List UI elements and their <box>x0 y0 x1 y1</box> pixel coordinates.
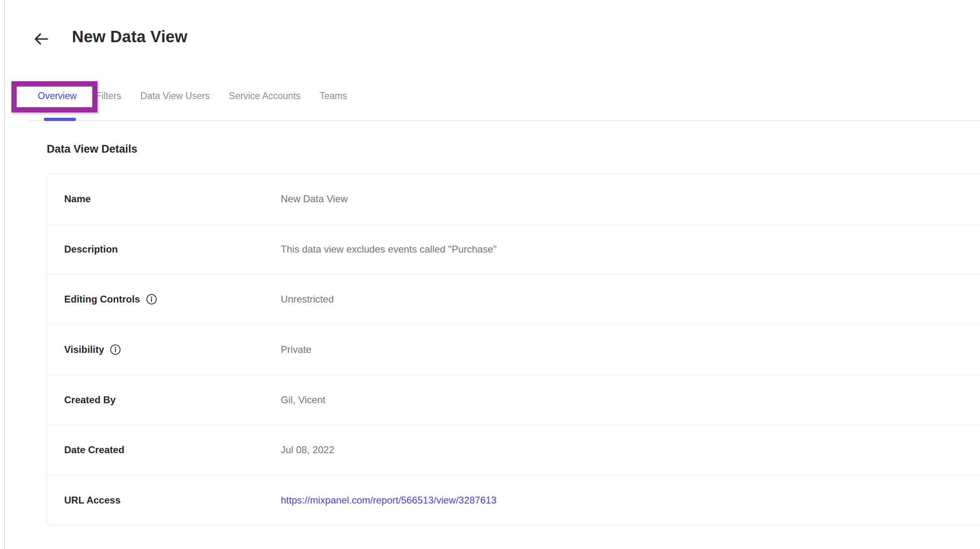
back-button[interactable] <box>32 29 51 49</box>
detail-label: URL Access <box>64 495 281 506</box>
detail-label: Date Created <box>64 444 281 456</box>
page-header: New Data View <box>0 0 980 57</box>
detail-label: Created By <box>64 394 281 406</box>
tab-filters[interactable]: Filters <box>96 90 121 102</box>
detail-row-visibility: Visibility Private <box>47 324 980 375</box>
detail-row-date-created: Date Created Jul 08, 2022 <box>47 425 980 475</box>
detail-value: Jul 08, 2022 <box>281 444 334 456</box>
tab-teams[interactable]: Teams <box>320 90 347 102</box>
detail-row-url-access: URL Access https://mixpanel.com/report/5… <box>47 475 980 525</box>
detail-row-created-by: Created By Gil, Vicent <box>47 374 980 425</box>
data-view-details-card: Name New Data View Description This data… <box>47 174 980 525</box>
detail-value: Gil, Vicent <box>281 394 325 406</box>
info-circle-icon[interactable] <box>110 344 121 355</box>
detail-label-text: Visibility <box>64 344 104 355</box>
info-circle-icon[interactable] <box>146 294 157 305</box>
tab-service-accounts[interactable]: Service Accounts <box>229 90 300 102</box>
detail-row-editing-controls: Editing Controls Unrestricted <box>47 274 980 324</box>
arrow-left-icon <box>33 30 50 48</box>
tabs-divider <box>27 120 980 121</box>
detail-label: Name <box>64 193 281 205</box>
detail-value: Unrestricted <box>281 294 334 305</box>
section-heading: Data View Details <box>47 143 137 156</box>
page-left-border <box>4 0 5 549</box>
detail-row-name: Name New Data View <box>47 174 980 224</box>
detail-label: Editing Controls <box>64 294 281 305</box>
detail-row-description: Description This data view excludes even… <box>47 224 980 274</box>
detail-label: Description <box>64 244 281 255</box>
page-title: New Data View <box>72 28 187 46</box>
tab-overview[interactable]: Overview <box>38 90 77 102</box>
detail-value: Private <box>281 344 311 355</box>
detail-label-text: Editing Controls <box>64 294 140 305</box>
tab-data-view-users[interactable]: Data View Users <box>140 90 210 102</box>
data-view-url-link[interactable]: https://mixpanel.com/report/566513/view/… <box>281 495 497 506</box>
data-view-settings-page: New Data View Overview Filters Data View… <box>0 0 980 549</box>
active-tab-indicator <box>44 118 76 121</box>
detail-value: New Data View <box>281 193 348 205</box>
detail-label: Visibility <box>64 344 281 355</box>
tab-bar: Overview Filters Data View Users Service… <box>38 90 347 102</box>
detail-value: This data view excludes events called "P… <box>281 244 497 255</box>
